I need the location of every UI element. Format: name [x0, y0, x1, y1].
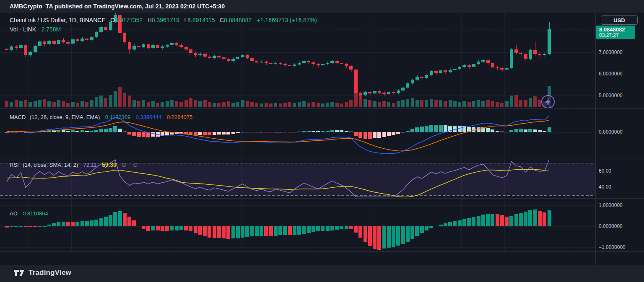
- pane-separator[interactable]: [0, 198, 644, 199]
- ao-axis-label: 0.0000000: [599, 223, 623, 229]
- volume-label: Vol · LINK: [10, 26, 36, 33]
- macd-hist-value: 0.1132369: [105, 114, 131, 120]
- current-price-badge: 8.0848082 03:27:27: [596, 26, 635, 39]
- symbol-title: ChainLink / US Dollar, 1D, BINANCE: [10, 17, 106, 23]
- price-axis-label: 6.0000000: [599, 71, 623, 77]
- currency-toggle-button[interactable]: USD: [601, 16, 638, 25]
- rsi-legend: RSI (14, close, SMA, 14, 2) 72.11 59.30 …: [10, 161, 140, 168]
- rsi-empty-plots: ∅ ∅: [122, 162, 140, 168]
- bar-countdown: 03:27:27: [599, 33, 635, 38]
- macd-line-value: 0.3396444: [136, 114, 161, 120]
- price-axis-label: 7.0000000: [599, 49, 623, 55]
- symbol-legend: ChainLink / US Dollar, 1D, BINANCE O6.91…: [10, 16, 317, 24]
- rsi-params: (14, close, SMA, 14, 2): [23, 162, 78, 168]
- low-value: 6.8914115: [187, 17, 215, 23]
- volume-value: 2.758M: [41, 26, 61, 33]
- ao-value: 0.8110864: [23, 210, 48, 217]
- rsi-axis-label: 40.00: [599, 184, 611, 190]
- rsi-value: 72.11: [83, 162, 97, 168]
- price-axis-label: 5.0000000: [599, 93, 623, 98]
- rsi-axis-label: 60.00: [599, 168, 611, 174]
- open-label: O: [110, 17, 115, 23]
- open-value: 6.9177352: [115, 17, 143, 23]
- pane-separator[interactable]: [0, 158, 644, 158]
- tradingview-chart: AMBCrypto_TA published on TradingView.co…: [0, 0, 644, 282]
- current-price-value: 8.0848082: [599, 26, 635, 33]
- macd-params: (12, 26, close, 9, EMA, EMA): [30, 114, 100, 120]
- macd-signal-value: 0.2264075: [167, 114, 192, 120]
- close-value: 8.0848082: [224, 17, 252, 23]
- macd-legend: MACD (12, 26, close, 9, EMA, EMA) 0.1132…: [10, 113, 192, 121]
- macd-name: MACD: [10, 114, 26, 120]
- macd-axis-label: 0.0000000: [599, 129, 623, 135]
- ao-name: AO: [10, 210, 18, 217]
- rsi-ma-value: 59.30: [102, 161, 117, 168]
- pane-separator[interactable]: [0, 108, 644, 109]
- chart-canvas[interactable]: [0, 0, 644, 282]
- tradingview-logo-text: TradingView: [29, 269, 71, 277]
- time-axis[interactable]: Apr1019May15Jun1221Jul1024: [0, 251, 644, 265]
- volume-legend: Vol · LINK 2.758M: [10, 26, 61, 33]
- footer-bar: TradingView: [0, 265, 644, 282]
- change-value: +1.1669713 (+16.87%): [257, 17, 317, 23]
- rsi-name: RSI: [10, 162, 19, 168]
- high-label: H: [148, 17, 152, 23]
- close-label: C: [220, 17, 224, 23]
- ao-axis-label: 1.0000000: [599, 202, 623, 208]
- tradingview-logo-icon: [14, 269, 25, 277]
- ao-axis-label: −1.0000000: [599, 244, 626, 250]
- ao-legend: AO 0.8110864: [10, 210, 48, 217]
- high-value: 8.3961719: [152, 17, 179, 23]
- tradingview-logo[interactable]: TradingView: [14, 269, 71, 277]
- price-axis-separator: [595, 13, 596, 265]
